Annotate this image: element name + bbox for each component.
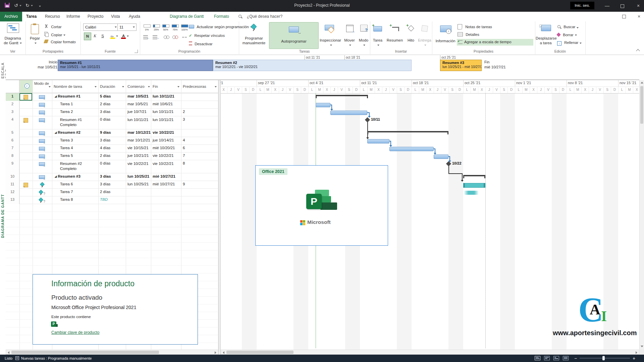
row-number[interactable]: 11 (6, 181, 19, 189)
start-cell[interactable] (126, 196, 151, 204)
gantt-bar-summary[interactable] (367, 131, 448, 134)
gantt-milestone[interactable] (365, 117, 370, 123)
start-cell[interactable] (126, 189, 151, 196)
column-header-finish[interactable]: Fin (151, 80, 181, 93)
font-color-button[interactable]: A (120, 33, 129, 40)
gantt-view-button[interactable]: Diagrama de Gantt (1, 23, 24, 49)
row-number[interactable]: 5 (6, 129, 19, 137)
finish-cell[interactable]: mié 10/6/21 (151, 101, 181, 109)
view-usage-button[interactable] (544, 356, 550, 360)
mode-cell[interactable] (33, 101, 52, 109)
indicator-cell[interactable] (19, 196, 33, 204)
change-product-key-link[interactable]: Cambiar clave de producto (51, 330, 99, 335)
scroll-up-arrow[interactable] (641, 82, 643, 83)
start-cell[interactable]: mar 10/5/21 (126, 93, 151, 101)
respect-links-button[interactable]: ✓ Respetar vínculos (189, 34, 225, 38)
predecessors-cell[interactable] (181, 93, 218, 101)
start-cell[interactable]: vie 10/15/21 (126, 145, 151, 153)
finish-cell[interactable]: vie 10/22/21 (151, 153, 181, 160)
task-name-cell[interactable]: Resumen #1 Completo (52, 116, 98, 129)
format-painter-button[interactable]: Copiar formato (44, 40, 76, 44)
task-name-cell[interactable]: ◢Resumen #3 (52, 173, 98, 181)
gantt-bar-summary[interactable] (463, 175, 485, 178)
move-task-button[interactable]: Mover (342, 22, 357, 49)
task-name-cell[interactable]: Tarea 2 (52, 109, 98, 116)
row-number[interactable]: 3 (6, 109, 19, 116)
row-number[interactable]: 12 (6, 189, 19, 196)
predecessors-cell[interactable]: 6 (181, 145, 218, 153)
mode-cell[interactable]: ? (33, 189, 52, 196)
expand-triangle-icon[interactable]: ◢ (55, 175, 57, 178)
task-name-cell[interactable]: Tarea 7 (52, 189, 98, 196)
finish-cell[interactable]: mié 10/20/21 (151, 145, 181, 153)
search-input[interactable]: ¿Qué desea hacer? (245, 12, 284, 21)
start-cell[interactable]: jue 10/21/21 (126, 153, 151, 160)
mode-cell[interactable] (33, 137, 52, 145)
mode-cell[interactable]: ? (33, 196, 52, 204)
find-button[interactable]: Buscar (557, 25, 579, 29)
tab-ayuda[interactable]: Ayuda (127, 12, 142, 21)
indicator-cell[interactable] (19, 129, 33, 137)
predecessors-cell[interactable] (181, 129, 218, 137)
task-name-cell[interactable]: Tarea 4 (52, 145, 98, 153)
tab-informe[interactable]: Informe (64, 12, 82, 21)
auto-schedule-button[interactable]: → Autoprogramar (269, 22, 319, 49)
scrollbar-splitter[interactable] (218, 350, 221, 355)
duration-cell[interactable]: 0 días (98, 116, 126, 129)
duration-cell[interactable]: 3 días (98, 137, 126, 145)
duration-cell[interactable]: TBD (98, 196, 126, 204)
gantt-bar-manual-estimated[interactable] (464, 191, 479, 195)
predecessors-cell[interactable]: 3 (181, 116, 218, 129)
task-name-cell[interactable]: Tarea 6 (52, 181, 98, 189)
mode-cell[interactable] (33, 129, 52, 137)
finish-cell[interactable]: vie 10/22/21 (151, 129, 181, 137)
finish-cell[interactable]: lun 10/11/21 (151, 93, 181, 101)
highlight-color-button[interactable]: ✎ (109, 33, 118, 40)
predecessors-cell[interactable] (181, 196, 218, 204)
timeline-bar[interactable]: Resumen #2mar 10/12/21 - vie 10/22/21 (213, 60, 412, 71)
duration-cell[interactable]: 2 días (98, 189, 126, 196)
predecessors-cell[interactable]: 2 (181, 109, 218, 116)
indicator-cell[interactable] (19, 109, 33, 116)
tab-vista[interactable]: Vista (109, 12, 122, 21)
mode-cell[interactable] (33, 109, 52, 116)
finish-cell[interactable]: vie 10/22/21 (151, 160, 181, 173)
task-name-cell[interactable]: Tarea 1 (52, 101, 98, 109)
mode-cell[interactable] (33, 160, 52, 173)
duration-cell[interactable]: 4 días (98, 145, 126, 153)
row-number[interactable]: 13 (6, 196, 19, 204)
finish-cell[interactable]: lun 10/11/21 (151, 109, 181, 116)
column-header-duration[interactable]: Duración (98, 80, 126, 93)
paste-button[interactable]: Pegar (28, 23, 42, 49)
corner-header[interactable] (6, 80, 19, 93)
tab-formato[interactable]: Formato (212, 12, 231, 21)
inspect-button[interactable]: Inspeccionar (319, 22, 341, 49)
pane-splitter[interactable] (218, 80, 221, 350)
italic-button[interactable]: K (92, 33, 98, 40)
task-name-cell[interactable]: ◢Resumen #2 (52, 129, 98, 137)
expand-triangle-icon[interactable]: ◢ (55, 131, 57, 134)
percent-0%-button[interactable]: 0% (143, 23, 151, 33)
mode-button[interactable]: ? Modo (358, 22, 370, 49)
ribbon-close-icon[interactable]: × (634, 13, 644, 20)
scroll-to-task-button[interactable]: Desplazarse a tarea (536, 22, 556, 49)
insert-summary-button[interactable]: + Resumen (385, 22, 404, 49)
finish-cell[interactable]: jue 10/14/21 (151, 137, 181, 145)
zoom-slider-track[interactable] (580, 358, 630, 358)
ribbon-restore-icon[interactable] (622, 15, 626, 18)
collapse-ribbon-button[interactable] (636, 49, 640, 53)
restore-button[interactable] (621, 4, 624, 8)
finish-cell[interactable]: mié 10/27/21 (151, 173, 181, 181)
insert-task-button[interactable]: + Tarea (371, 22, 385, 49)
font-size-combobox[interactable]: 11 (117, 23, 137, 31)
percent-100%-button[interactable]: 100% (180, 23, 189, 33)
row-number[interactable]: 1 (6, 93, 19, 101)
add-to-timeline-button[interactable]: + Agregar a escala de tiempo (457, 39, 533, 46)
column-header-indicators[interactable]: i (19, 80, 33, 93)
predecessors-cell[interactable]: 7 (181, 153, 218, 160)
duration-cell[interactable]: 3 días (98, 173, 126, 181)
task-name-cell[interactable]: Resumen #2 Completo (52, 160, 98, 173)
gantt-timescale[interactable]: sep 20 '21LMXJVSDsep 27 '21LMXJVSDoct 4 … (221, 80, 639, 94)
indicator-cell[interactable] (19, 181, 33, 189)
mode-cell[interactable] (33, 153, 52, 160)
